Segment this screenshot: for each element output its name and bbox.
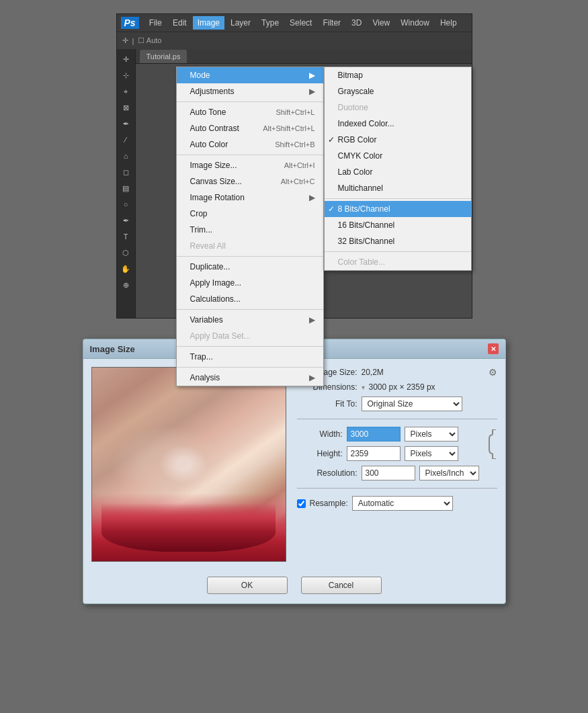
- menu-item-variables[interactable]: Variables ▶: [177, 312, 323, 328]
- menu-item-calculations[interactable]: Calculations...: [177, 291, 323, 307]
- duotone-label: Duotone: [338, 101, 368, 114]
- separator: [297, 419, 497, 419]
- menu-item-autocontrast[interactable]: Auto Contrast Alt+Shift+Ctrl+L: [177, 120, 323, 136]
- mode-indexed[interactable]: Indexed Color...: [325, 116, 471, 132]
- menu-help[interactable]: Help: [435, 16, 462, 30]
- tutorial-tab[interactable]: Tutorial.ps: [140, 50, 187, 63]
- menu-file[interactable]: File: [144, 16, 167, 30]
- menu-window[interactable]: Window: [396, 16, 434, 30]
- resample-select[interactable]: Automatic: [352, 496, 453, 511]
- menu-item-duplicate[interactable]: Duplicate...: [177, 259, 323, 275]
- imagesize-shortcut: Alt+Ctrl+I: [284, 160, 315, 171]
- menu-item-trap[interactable]: Trap...: [177, 349, 323, 365]
- resolution-input[interactable]: [362, 466, 415, 480]
- adjustments-arrow: ▶: [309, 85, 315, 97]
- ps-body: ✛ ⊹ ⌖ ⊠ ✒ ∕ ⌂ ◻ ▤ ○ ✒ T ⬡ ✋ ⊕ Tutorial.p…: [117, 49, 472, 318]
- mode-duotone: Duotone: [325, 99, 471, 116]
- menu-item-applyimage[interactable]: Apply Image...: [177, 275, 323, 291]
- dialog-title: Image Size: [90, 344, 135, 354]
- gear-icon[interactable]: ⚙: [489, 367, 497, 378]
- cancel-button[interactable]: Cancel: [301, 577, 382, 594]
- dimension-arrow[interactable]: ▾: [362, 384, 365, 391]
- multichannel-label: Multichannel: [338, 182, 383, 194]
- resample-checkbox[interactable]: [297, 499, 306, 508]
- dialog-close-button[interactable]: ✕: [488, 343, 499, 354]
- toolbar-separator: |: [132, 37, 134, 45]
- autotone-label: Auto Tone: [190, 106, 226, 118]
- autocolor-label: Auto Color: [190, 138, 228, 151]
- sep3: [177, 256, 323, 257]
- tool-gradient[interactable]: ▤: [118, 181, 133, 196]
- image-size-value: 20,2M: [362, 368, 384, 377]
- sep2: [177, 155, 323, 155]
- colortable-label: Color Table...: [338, 256, 385, 268]
- sep6: [177, 367, 323, 368]
- dimensions-value: 3000 px × 2359 px: [369, 382, 435, 392]
- menu-item-canvassize[interactable]: Canvas Size... Alt+Ctrl+C: [177, 173, 323, 190]
- menu-select[interactable]: Select: [285, 16, 317, 30]
- menu-type[interactable]: Type: [257, 16, 284, 30]
- width-input[interactable]: [347, 427, 401, 442]
- canvassize-shortcut: Alt+Ctrl+C: [281, 176, 315, 187]
- menu-item-trim[interactable]: Trim...: [177, 222, 323, 238]
- fit-to-label: Fit To:: [297, 399, 358, 409]
- menu-item-imagerotation[interactable]: Image Rotation ▶: [177, 190, 323, 206]
- menu-item-adjustments[interactable]: Adjustments ▶: [177, 83, 323, 99]
- menu-item-crop[interactable]: Crop: [177, 206, 323, 222]
- tool-dodge[interactable]: ○: [118, 197, 133, 212]
- mode-rgb[interactable]: RGB Color: [325, 132, 471, 148]
- menu-item-revealall: Reveal All: [177, 238, 323, 254]
- imagerotation-arrow: ▶: [309, 192, 315, 204]
- mode-bitmap[interactable]: Bitmap: [325, 67, 471, 83]
- height-unit-select[interactable]: Pixels: [405, 446, 458, 461]
- mode-grayscale[interactable]: Grayscale: [325, 83, 471, 99]
- menu-view[interactable]: View: [368, 16, 394, 30]
- ok-button[interactable]: OK: [207, 577, 288, 594]
- tool-lasso[interactable]: ⌖: [118, 84, 133, 99]
- tool-eyedropper[interactable]: ✒: [118, 116, 133, 131]
- tool-path[interactable]: ⬡: [118, 245, 133, 260]
- menu-item-mode[interactable]: Mode ▶: [177, 67, 323, 83]
- width-unit-select[interactable]: Pixels: [405, 427, 458, 442]
- mode-cmyk[interactable]: CMYK Color: [325, 148, 471, 164]
- toolbar-row: ✛ | ☐ Auto: [117, 32, 472, 49]
- mode-16bit[interactable]: 16 Bits/Channel: [325, 217, 471, 233]
- variables-arrow: ▶: [309, 314, 315, 326]
- menu-layer[interactable]: Layer: [226, 16, 255, 30]
- tab-bar: Tutorial.ps: [136, 49, 472, 64]
- chain-container: [485, 427, 497, 461]
- autocontrast-shortcut: Alt+Shift+Ctrl+L: [263, 123, 314, 134]
- tool-zoom[interactable]: ⊕: [118, 278, 133, 292]
- tool-eraser[interactable]: ◻: [118, 165, 133, 179]
- applydataset-label: Apply Data Set...: [190, 330, 251, 342]
- menu-item-analysis[interactable]: Analysis ▶: [177, 370, 323, 386]
- resolution-unit-select[interactable]: Pixels/Inch: [419, 466, 479, 480]
- mode-8bit[interactable]: 8 Bits/Channel: [325, 201, 471, 217]
- mode-multichannel[interactable]: Multichannel: [325, 180, 471, 196]
- tool-brush[interactable]: ∕: [118, 132, 133, 147]
- resolution-row: Resolution: Pixels/Inch: [297, 466, 497, 480]
- mode-32bit[interactable]: 32 Bits/Channel: [325, 233, 471, 249]
- height-input[interactable]: [347, 446, 401, 461]
- tool-pen[interactable]: ✒: [118, 213, 133, 228]
- ps-logo: Ps: [121, 17, 139, 29]
- sep5: [177, 346, 323, 347]
- menu-3d[interactable]: 3D: [347, 16, 366, 30]
- tool-clone[interactable]: ⌂: [118, 149, 133, 163]
- tool-marquee[interactable]: ⊹: [118, 68, 133, 83]
- menu-edit[interactable]: Edit: [168, 16, 192, 30]
- tool-crop[interactable]: ⊠: [118, 100, 133, 115]
- mode-arrow: ▶: [309, 69, 315, 81]
- menu-item-autocolor[interactable]: Auto Color Shift+Ctrl+B: [177, 136, 323, 153]
- menu-item-autotone[interactable]: Auto Tone Shift+Ctrl+L: [177, 104, 323, 120]
- menu-item-imagesize[interactable]: Image Size... Alt+Ctrl+I: [177, 157, 323, 173]
- tool-move[interactable]: ✛: [118, 52, 133, 67]
- fit-to-select[interactable]: Original Size: [362, 396, 462, 411]
- width-label: Width:: [297, 429, 343, 439]
- menu-image[interactable]: Image: [193, 16, 224, 30]
- tool-hand[interactable]: ✋: [118, 261, 133, 276]
- mode-lab[interactable]: Lab Color: [325, 164, 471, 180]
- menu-filter[interactable]: Filter: [318, 16, 345, 30]
- tool-text[interactable]: T: [118, 229, 133, 244]
- auto-checkbox[interactable]: ☐ Auto: [138, 36, 161, 45]
